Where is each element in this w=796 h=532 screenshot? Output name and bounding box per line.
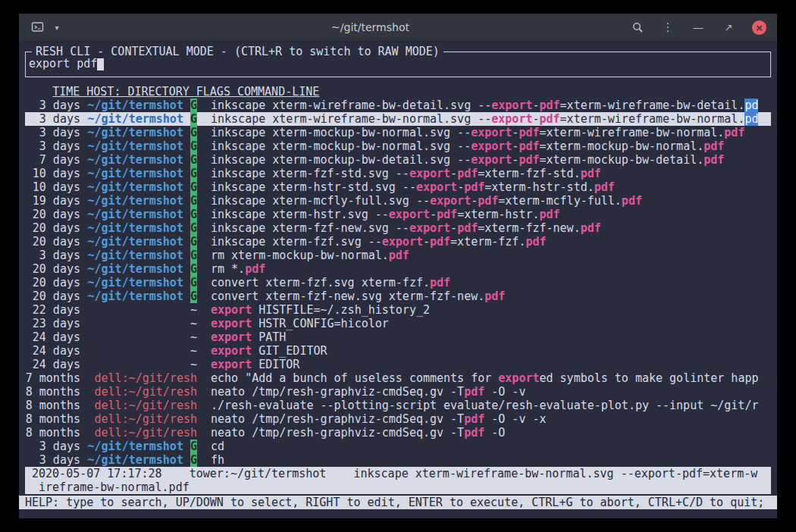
- git-flag-badge: G: [190, 180, 197, 194]
- git-flag-badge: G: [190, 276, 197, 289]
- row-time: 8 months: [25, 412, 80, 426]
- row-host-dir: ~: [87, 303, 197, 317]
- row-host-dir: dell:~/git/resh: [87, 412, 197, 426]
- row-time: 8 months: [25, 426, 80, 440]
- row-host-dir: dell:~/git/resh: [87, 371, 197, 385]
- history-row[interactable]: 8 monthsdell:~/git/reshneato /tmp/resh-g…: [25, 412, 771, 426]
- history-row[interactable]: 22 days~export HISTFILE=~/.zsh_history_2: [25, 303, 771, 317]
- close-button[interactable]: ×: [752, 20, 766, 35]
- history-row[interactable]: 20 days~/git/termshot Gconvert xterm-fzf…: [25, 289, 771, 303]
- table-header: TIME HOST: DIRECTORY FLAGS COMMAND-LINE: [25, 85, 771, 99]
- minimize-button[interactable]: —: [691, 20, 705, 34]
- history-row[interactable]: 20 days~/git/termshot Grm *.pdf: [25, 262, 771, 276]
- detail-line-1: 2020-05-07 17:17:28 tower:~/git/termshot…: [32, 467, 771, 480]
- row-time: 3 days: [25, 99, 80, 112]
- row-command: fh: [211, 453, 771, 467]
- row-time: 24 days: [25, 344, 80, 358]
- row-host-dir: ~/git/termshot G: [87, 235, 197, 249]
- row-command: export HISTFILE=~/.zsh_history_2: [211, 303, 771, 317]
- history-row[interactable]: 3 days~/git/termshot Gcd: [25, 440, 771, 453]
- history-row[interactable]: 10 days~/git/termshot Ginkscape xterm-hs…: [25, 180, 771, 194]
- history-row[interactable]: 8 monthsdell:~/git/reshneato /tmp/resh-g…: [25, 385, 771, 399]
- history-row[interactable]: 7 monthsdell:~/git/reshecho "Add a bunch…: [25, 371, 771, 385]
- menu-icon[interactable]: ⋮: [661, 20, 675, 34]
- row-host-dir: ~/git/termshot G: [87, 276, 197, 289]
- row-host-dir: dell:~/git/resh: [87, 385, 197, 399]
- git-flag-badge: G: [190, 153, 197, 167]
- row-time: 10 days: [25, 180, 80, 194]
- row-command: inkscape xterm-hstr.svg --export-pdf=xte…: [211, 208, 771, 221]
- row-time: 23 days: [25, 317, 80, 330]
- row-host-dir: ~: [87, 358, 197, 371]
- row-command: export PATH: [211, 330, 771, 344]
- detail-line-2: ireframe-bw-normal.pdf: [32, 480, 771, 494]
- row-command: inkscape xterm-mcfly-full.svg --export-p…: [211, 194, 771, 208]
- new-terminal-icon[interactable]: [31, 20, 45, 34]
- history-row[interactable]: 3 days~/git/termshot Ginkscape xterm-wir…: [25, 112, 771, 126]
- row-command: export GIT_EDITOR: [211, 344, 771, 358]
- selected-entry-detail: 2020-05-07 17:17:28 tower:~/git/termshot…: [25, 467, 771, 494]
- row-host-dir: ~/git/termshot G: [87, 453, 197, 467]
- dropdown-caret-icon[interactable]: ▾: [50, 20, 64, 34]
- history-row[interactable]: 24 days~export EDITOR: [25, 358, 771, 371]
- restore-button[interactable]: ↗: [722, 20, 735, 34]
- search-query-text: export pdf: [29, 57, 97, 70]
- search-box[interactable]: RESH CLI - CONTEXTUAL MODE - (CTRL+R to …: [25, 52, 771, 77]
- row-host-dir: ~/git/termshot G: [87, 249, 197, 262]
- history-row[interactable]: 10 days~/git/termshot Ginkscape xterm-fz…: [25, 167, 771, 180]
- history-row[interactable]: 24 days~export PATH: [25, 330, 771, 344]
- row-time: 24 days: [25, 330, 80, 344]
- history-row[interactable]: 8 monthsdell:~/git/reshneato /tmp/resh-g…: [25, 426, 771, 440]
- history-row[interactable]: 3 days~/git/termshot Ginkscape xterm-moc…: [25, 126, 771, 139]
- titlebar: ▾ ~/git/termshot ⋮ — ↗ ×: [19, 14, 777, 41]
- history-row[interactable]: 24 days~export GIT_EDITOR: [25, 344, 771, 358]
- row-command: rm *.pdf: [211, 262, 771, 276]
- row-command: inkscape xterm-mockup-bw-normal.svg --ex…: [211, 139, 771, 153]
- row-command: ./resh-evaluate --plotting-script evalua…: [211, 399, 771, 412]
- text-cursor-block: [97, 58, 104, 70]
- row-command: inkscape xterm-hstr-std.svg --export-pdf…: [211, 180, 771, 194]
- history-row[interactable]: 3 days~/git/termshot Grm xterm-mockup-bw…: [25, 249, 771, 262]
- row-time: 7 days: [25, 153, 80, 167]
- history-row[interactable]: 3 days~/git/termshot Ginkscape xterm-wir…: [25, 99, 771, 112]
- history-row[interactable]: 20 days~/git/termshot Ginkscape xterm-hs…: [25, 208, 771, 221]
- row-host-dir: ~/git/termshot G: [87, 180, 197, 194]
- history-row[interactable]: 20 days~/git/termshot Gconvert xterm-fzf…: [25, 276, 771, 289]
- row-command: inkscape xterm-fzf.svg --export-pdf=xter…: [211, 235, 771, 249]
- row-time: 3 days: [25, 139, 80, 153]
- row-time: 20 days: [25, 289, 80, 303]
- row-host-dir: ~/git/termshot G: [87, 440, 197, 453]
- row-host-dir: ~/git/termshot G: [87, 221, 197, 235]
- row-time: 3 days: [25, 249, 80, 262]
- row-host-dir: ~/git/termshot G: [87, 99, 197, 112]
- row-time: 24 days: [25, 358, 80, 371]
- search-icon[interactable]: [631, 20, 644, 34]
- history-row[interactable]: 3 days~/git/termshot Ginkscape xterm-moc…: [25, 139, 771, 153]
- row-host-dir: ~/git/termshot G: [87, 126, 197, 139]
- row-host-dir: ~/git/termshot G: [87, 262, 197, 276]
- row-time: 20 days: [25, 235, 80, 249]
- history-row[interactable]: 19 days~/git/termshot Ginkscape xterm-mc…: [25, 194, 771, 208]
- history-row[interactable]: 23 days~export HSTR_CONFIG=hicolor: [25, 317, 771, 330]
- row-time: 3 days: [25, 126, 80, 139]
- history-row[interactable]: 8 monthsdell:~/git/resh./resh-evaluate -…: [25, 399, 771, 412]
- history-row[interactable]: 3 days~/git/termshot Gfh: [25, 453, 771, 467]
- history-row[interactable]: 7 days~/git/termshot Ginkscape xterm-moc…: [25, 153, 771, 167]
- git-flag-badge: G: [190, 167, 197, 180]
- row-command: cd: [211, 440, 771, 453]
- row-host-dir: ~/git/termshot G: [87, 139, 197, 153]
- row-host-dir: ~: [87, 344, 197, 358]
- row-time: 20 days: [25, 262, 80, 276]
- git-flag-badge: G: [190, 139, 197, 153]
- row-host-dir: dell:~/git/resh: [87, 399, 197, 412]
- history-row[interactable]: 20 days~/git/termshot Ginkscape xterm-fz…: [25, 221, 771, 235]
- git-flag-badge: G: [190, 221, 197, 235]
- row-command: neato /tmp/resh-graphviz-cmdSeq.gv -Tpdf…: [211, 412, 771, 426]
- row-host-dir: ~: [87, 330, 197, 344]
- row-host-dir: ~/git/termshot G: [87, 194, 197, 208]
- history-row[interactable]: 20 days~/git/termshot Ginkscape xterm-fz…: [25, 235, 771, 249]
- row-host-dir: ~/git/termshot G: [87, 167, 197, 180]
- history-list: 3 days~/git/termshot Ginkscape xterm-wir…: [25, 99, 771, 467]
- window-title: ~/git/termshot: [110, 21, 631, 33]
- close-icon: ×: [755, 23, 763, 33]
